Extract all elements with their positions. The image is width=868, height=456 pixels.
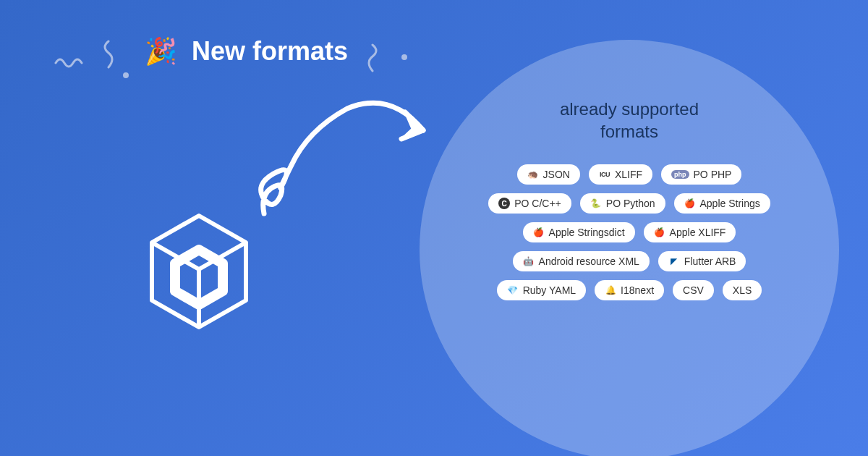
format-chip-csv: CSV: [673, 280, 714, 300]
android-icon: 🤖: [523, 256, 535, 267]
icu-icon: ICU: [599, 169, 610, 180]
ruby-icon: 💎: [507, 284, 519, 296]
apple-icon: 🍎: [533, 227, 545, 238]
cube-icon: [145, 210, 253, 333]
page-title: New formats: [192, 36, 348, 67]
format-chip-applexliff: 🍎 Apple XLIFF: [644, 222, 736, 242]
format-chip-xls: XLS: [723, 280, 762, 300]
format-chip-popython: 🐍 PO Python: [580, 193, 665, 214]
flutter-icon: ◤: [668, 256, 680, 267]
format-chip-stringsdict: 🍎 Apple Stringsdict: [523, 222, 635, 242]
format-chip-applestrings: 🍎 Apple Strings: [674, 193, 770, 214]
decoration-squiggle: [54, 54, 83, 72]
format-chip-json: 🦔 JSON: [517, 164, 580, 185]
i18next-icon: 🔔: [605, 284, 616, 296]
json-icon: 🦔: [527, 169, 539, 180]
decoration-squiggle: [362, 43, 383, 72]
php-icon: php: [671, 170, 689, 179]
party-popper-icon: 🎉: [145, 36, 177, 67]
formats-grid: 🦔 JSON ICU XLIFF php PO PHP C PO C/C++ 🐍…: [488, 164, 770, 300]
apple-icon: 🍎: [684, 198, 696, 209]
format-chip-i18next: 🔔 I18next: [595, 280, 664, 300]
decoration-dot: [123, 72, 129, 78]
formats-circle: already supported formats 🦔 JSON ICU XLI…: [420, 40, 839, 456]
c-icon: C: [498, 198, 510, 209]
apple-icon: 🍎: [654, 227, 665, 238]
format-chip-poc: C PO C/C++: [488, 193, 571, 214]
format-chip-ruby: 💎 Ruby YAML: [497, 280, 586, 300]
format-chip-pophp: php PO PHP: [661, 164, 741, 185]
decoration-dot: [401, 54, 407, 60]
format-chip-flutter: ◤ Flutter ARB: [658, 251, 746, 271]
python-icon: 🐍: [590, 198, 602, 209]
format-chip-xliff: ICU XLIFF: [589, 164, 652, 185]
title-section: 🎉 New formats: [145, 36, 348, 67]
decoration-squiggle: [98, 40, 119, 69]
circle-title: already supported formats: [560, 98, 699, 143]
format-chip-android: 🤖 Android resource XML: [513, 251, 650, 271]
